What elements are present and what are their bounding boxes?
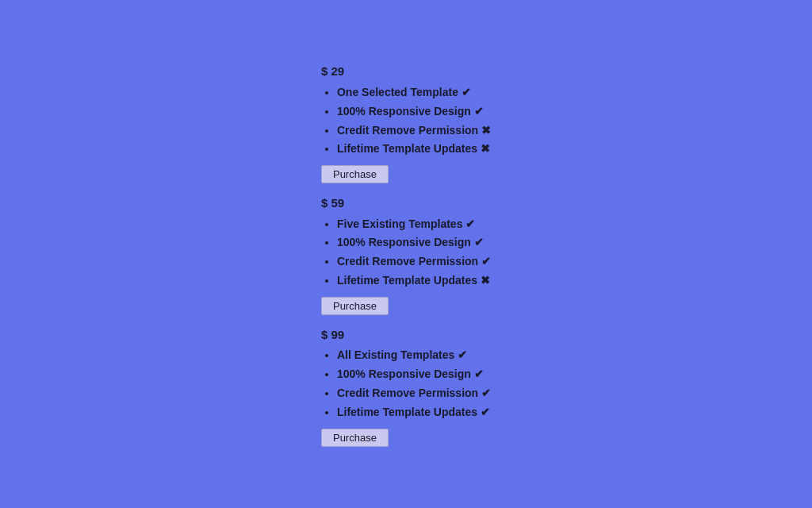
feature-item-2-2: Credit Remove Permission ✔ — [337, 384, 491, 403]
plan-features-1: Five Existing Templates ✔100% Responsive… — [321, 215, 491, 291]
cross-icon: ✖ — [481, 142, 490, 155]
plan-features-0: One Selected Template ✔100% Responsive D… — [321, 83, 491, 159]
purchase-button-1[interactable]: Purchase — [321, 297, 389, 315]
feature-item-2-3: Lifetime Template Updates ✔ — [337, 403, 491, 422]
feature-item-0-1: 100% Responsive Design ✔ — [337, 102, 491, 121]
feature-item-0-0: One Selected Template ✔ — [337, 83, 491, 102]
check-icon: ✔ — [481, 406, 490, 418]
purchase-button-0[interactable]: Purchase — [321, 165, 389, 183]
check-icon: ✔ — [458, 348, 467, 361]
cross-icon: ✖ — [481, 124, 491, 137]
feature-item-0-2: Credit Remove Permission ✖ — [337, 121, 491, 140]
feature-item-2-0: All Existing Templates ✔ — [337, 346, 491, 365]
feature-item-1-0: Five Existing Templates ✔ — [337, 215, 491, 234]
check-icon: ✔ — [474, 368, 484, 380]
feature-item-1-3: Lifetime Template Updates ✖ — [337, 271, 491, 291]
purchase-button-2[interactable]: Purchase — [321, 429, 389, 447]
check-icon: ✔ — [481, 255, 491, 267]
pricing-container: $ 29One Selected Template ✔100% Responsi… — [321, 56, 491, 451]
plan-block-2: $ 99All Existing Templates ✔100% Respons… — [321, 320, 491, 448]
plan-price-1: $ 59 — [321, 193, 491, 214]
plan-price-2: $ 99 — [321, 325, 491, 345]
check-icon: ✔ — [465, 217, 475, 230]
feature-item-1-1: 100% Responsive Design ✔ — [337, 233, 491, 252]
cross-icon: ✖ — [481, 274, 490, 287]
plan-block-1: $ 59Five Existing Templates ✔100% Respon… — [321, 188, 491, 317]
feature-item-0-3: Lifetime Template Updates ✖ — [337, 140, 491, 159]
feature-item-2-1: 100% Responsive Design ✔ — [337, 365, 491, 384]
check-icon: ✔ — [474, 105, 484, 117]
check-icon: ✔ — [462, 86, 471, 98]
check-icon: ✔ — [481, 387, 491, 399]
plan-price-0: $ 29 — [321, 61, 491, 82]
check-icon: ✔ — [474, 236, 484, 248]
plan-block-0: $ 29One Selected Template ✔100% Responsi… — [321, 56, 491, 185]
feature-item-1-2: Credit Remove Permission ✔ — [337, 252, 491, 271]
plan-features-2: All Existing Templates ✔100% Responsive … — [321, 346, 491, 421]
